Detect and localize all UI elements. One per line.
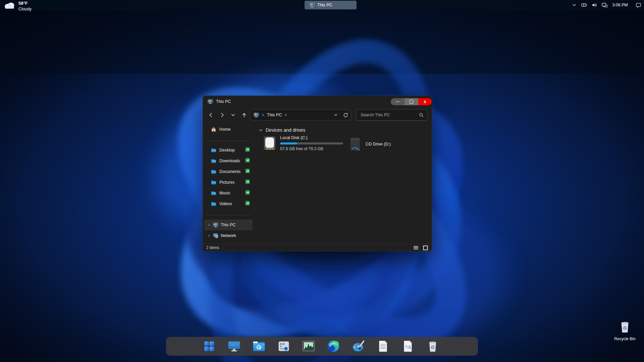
large-icons-view-button[interactable] bbox=[422, 245, 429, 251]
network-computer-icon bbox=[213, 233, 218, 238]
window-title: This PC bbox=[216, 99, 231, 104]
folder-icon bbox=[211, 180, 216, 185]
maximize-button[interactable] bbox=[405, 98, 418, 105]
sidebar-item-music[interactable]: Music bbox=[203, 188, 254, 198]
address-dropdown-icon[interactable] bbox=[333, 113, 338, 117]
network-icon[interactable] bbox=[602, 2, 608, 8]
shortcut-arrow-icon bbox=[245, 169, 250, 173]
folder-icon bbox=[211, 201, 216, 206]
shortcut-arrow-icon bbox=[245, 201, 250, 205]
battery-charging-icon[interactable] bbox=[581, 2, 587, 8]
back-button[interactable] bbox=[206, 110, 215, 120]
recycle-bin-icon bbox=[617, 319, 633, 335]
weather-condition: Cloudy bbox=[18, 7, 32, 11]
home-icon bbox=[211, 127, 216, 132]
sidebar-item-label: Videos bbox=[219, 201, 232, 206]
hard-drive-icon bbox=[262, 135, 277, 151]
collapse-chevron-icon[interactable] bbox=[259, 128, 263, 132]
desktop-icon-recycle-bin[interactable]: Recycle Bin bbox=[614, 319, 636, 341]
drive-cd-d[interactable]: CD Drive (D:) bbox=[347, 135, 406, 153]
this-pc-icon bbox=[208, 99, 213, 104]
sidebar-item-network[interactable]: Network bbox=[204, 230, 253, 241]
minimize-button[interactable] bbox=[391, 98, 405, 105]
paint-button[interactable] bbox=[351, 339, 366, 354]
volume-icon[interactable] bbox=[592, 2, 597, 8]
desktop-monitor-icon bbox=[227, 339, 241, 354]
breadcrumb[interactable]: This PC bbox=[267, 113, 282, 117]
item-count: 2 items bbox=[206, 245, 223, 250]
desktop-app-button[interactable] bbox=[226, 339, 242, 354]
section-header-devices-and-drives[interactable]: Devices and drives bbox=[259, 127, 305, 133]
notepad-button[interactable] bbox=[375, 339, 391, 354]
sidebar-item-home[interactable]: Home bbox=[203, 125, 254, 134]
close-button[interactable]: X bbox=[418, 98, 432, 105]
system-tray: 3:06 PM bbox=[572, 0, 641, 10]
forward-icon bbox=[219, 112, 225, 118]
dock-taskbar: A A bbox=[166, 337, 478, 356]
shortcut-arrow-icon bbox=[245, 179, 250, 184]
shortcut-arrow-icon bbox=[245, 147, 250, 152]
sidebar-divider bbox=[206, 141, 251, 141]
start-button[interactable] bbox=[202, 339, 217, 354]
recycle-bin-icon bbox=[425, 339, 440, 354]
folder-icon bbox=[211, 158, 216, 164]
sidebar-item-this-pc[interactable]: This PC bbox=[204, 220, 253, 230]
sidebar-item-label: Desktop bbox=[219, 148, 235, 153]
taskbar-button-label: This PC bbox=[317, 3, 332, 7]
sidebar-item-label: Documents bbox=[219, 169, 240, 174]
section-header-label: Devices and drives bbox=[266, 127, 305, 133]
recent-locations-button[interactable] bbox=[228, 110, 237, 120]
details-view-button[interactable] bbox=[412, 245, 420, 251]
windows-start-icon bbox=[202, 339, 216, 353]
drive-name: CD Drive (D:) bbox=[366, 142, 391, 146]
fonts-button[interactable]: A A bbox=[400, 339, 416, 354]
notepad-icon bbox=[376, 339, 390, 354]
sidebar-item-label: Downloads bbox=[219, 159, 240, 163]
file-explorer-button[interactable] bbox=[251, 339, 267, 354]
notification-icon[interactable] bbox=[636, 2, 641, 8]
weather-temperature: 58°F bbox=[18, 1, 32, 6]
search-input[interactable] bbox=[360, 112, 419, 118]
desktop-icon-label: Recycle Bin bbox=[614, 337, 636, 341]
sidebar-item-label: Home bbox=[219, 127, 230, 132]
edge-browser-button[interactable] bbox=[326, 339, 341, 354]
sidebar-item-desktop[interactable]: Desktop bbox=[203, 145, 254, 156]
sidebar-item-downloads[interactable]: Downloads bbox=[203, 156, 254, 166]
folder-icon bbox=[211, 147, 216, 153]
search-box[interactable] bbox=[356, 109, 427, 121]
sidebar-item-documents[interactable]: Documents bbox=[203, 166, 254, 177]
task-manager-icon bbox=[301, 339, 316, 354]
recycle-bin-dock-button[interactable] bbox=[425, 339, 440, 354]
folder-content: Devices and drives Local Disk (C:) 57.8 … bbox=[254, 123, 432, 244]
clock[interactable]: 3:06 PM bbox=[612, 3, 628, 7]
breadcrumb-chevron-icon bbox=[284, 113, 287, 117]
file-explorer-window: This PC X T bbox=[203, 96, 432, 251]
weather-widget[interactable]: 58°F Cloudy bbox=[3, 1, 32, 11]
taskbar-button-this-pc[interactable]: This PC bbox=[305, 1, 357, 9]
settings-button[interactable] bbox=[276, 339, 291, 354]
drive-usage-bar bbox=[280, 142, 343, 144]
large-icons-view-icon bbox=[423, 245, 428, 250]
forward-button[interactable] bbox=[217, 110, 226, 120]
sidebar-item-label: Network bbox=[221, 233, 236, 238]
expand-chevron-icon[interactable] bbox=[207, 234, 211, 237]
details-view-icon bbox=[413, 245, 419, 250]
sidebar-item-label: This PC bbox=[221, 223, 235, 227]
up-button[interactable] bbox=[239, 110, 249, 120]
folder-icon bbox=[211, 169, 216, 174]
task-manager-button[interactable] bbox=[301, 339, 316, 354]
refresh-icon[interactable] bbox=[343, 113, 348, 118]
expand-chevron-icon[interactable] bbox=[207, 223, 211, 227]
settings-icon bbox=[276, 339, 291, 354]
hidden-icons-chevron[interactable] bbox=[572, 2, 577, 8]
sidebar-item-videos[interactable]: Videos bbox=[203, 198, 254, 209]
address-bar[interactable]: This PC bbox=[250, 109, 351, 121]
sidebar-item-pictures[interactable]: Pictures bbox=[203, 177, 254, 188]
folder-icon bbox=[211, 190, 216, 196]
this-pc-icon bbox=[213, 222, 218, 228]
drive-usage-detail: 57.8 GB free of 79.3 GB bbox=[280, 146, 343, 151]
drive-local-disk-c[interactable]: Local Disk (C:) 57.8 GB free of 79.3 GB bbox=[262, 135, 344, 153]
breadcrumb-chevron-icon bbox=[261, 113, 265, 117]
fonts-icon: A A bbox=[400, 339, 415, 354]
svg-text:A: A bbox=[407, 344, 411, 350]
